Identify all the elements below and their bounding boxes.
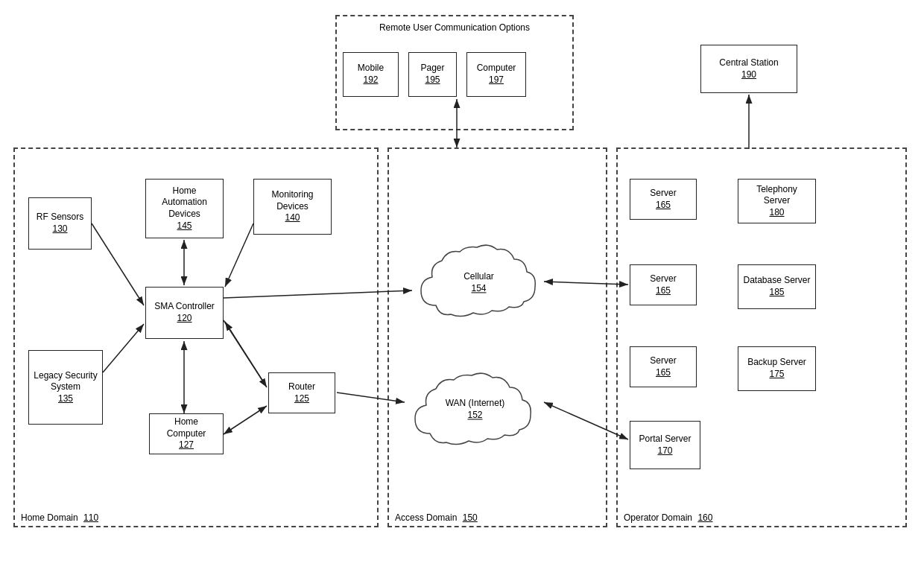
diagram-container: Remote User Communication Options Mobile… bbox=[0, 0, 924, 578]
database-server-box: Database Server 185 bbox=[738, 264, 816, 309]
cellular-cloud: Cellular 154 bbox=[414, 238, 544, 328]
router-box: Router 125 bbox=[268, 372, 335, 413]
rf-sensors-box: RF Sensors 130 bbox=[28, 197, 92, 250]
monitoring-box: Monitoring Devices 140 bbox=[253, 179, 332, 235]
central-station-box: Central Station 190 bbox=[700, 45, 797, 93]
telephony-server-box: Telephony Server 180 bbox=[738, 179, 816, 223]
mobile-box: Mobile 192 bbox=[343, 52, 399, 97]
portal-server-box: Portal Server 170 bbox=[630, 421, 700, 469]
home-computer-box: Home Computer 127 bbox=[149, 413, 224, 454]
server2-box: Server 165 bbox=[630, 264, 697, 305]
server1-box: Server 165 bbox=[630, 179, 697, 220]
legacy-box: Legacy Security System 135 bbox=[28, 350, 103, 425]
wan-cloud: WAN (Internet) 152 bbox=[406, 365, 544, 454]
remote-user-label: Remote User Communication Options bbox=[365, 22, 544, 33]
access-domain-label: Access Domain 150 bbox=[395, 512, 478, 523]
computer-box: Computer 197 bbox=[466, 52, 526, 97]
home-domain-label: Home Domain 110 bbox=[21, 512, 98, 523]
home-auto-box: Home Automation Devices 145 bbox=[145, 179, 224, 238]
backup-server-box: Backup Server 175 bbox=[738, 346, 816, 391]
pager-box: Pager 195 bbox=[408, 52, 457, 97]
sma-box: SMA Controller 120 bbox=[145, 287, 224, 339]
operator-domain-label: Operator Domain 160 bbox=[624, 512, 712, 523]
server3-box: Server 165 bbox=[630, 346, 697, 387]
access-domain-region bbox=[387, 147, 607, 527]
